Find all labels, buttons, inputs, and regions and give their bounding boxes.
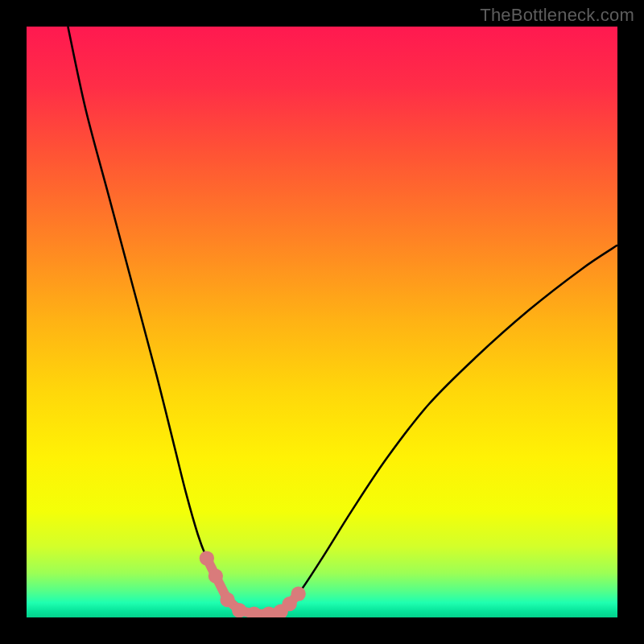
- marker-dot: [200, 551, 214, 565]
- marker-dot: [291, 586, 305, 601]
- chart-plot-area: [27, 27, 617, 617]
- marker-dot: [220, 592, 234, 607]
- curve-right: [281, 246, 617, 612]
- curve-left: [68, 27, 254, 614]
- chart-curves-layer: [27, 27, 617, 617]
- watermark-text: TheBottleneck.com: [480, 5, 634, 26]
- marker-dot: [232, 603, 246, 617]
- marker-dot: [208, 568, 223, 583]
